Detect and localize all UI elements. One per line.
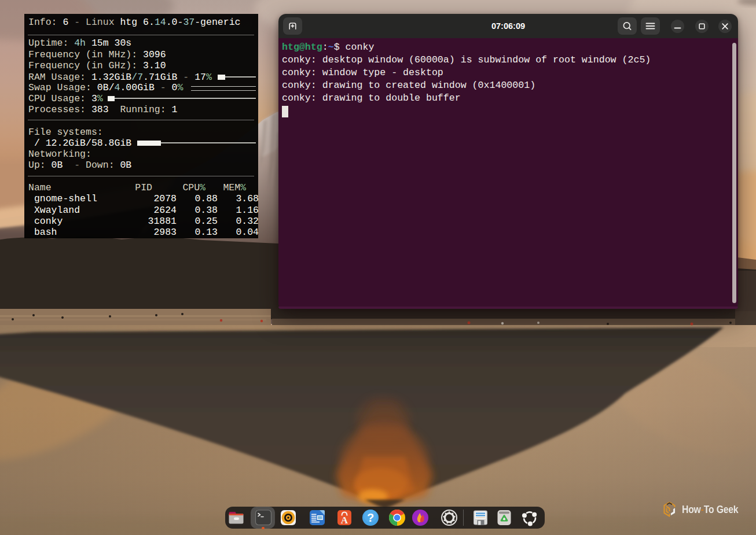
svg-text:A: A <box>341 515 348 526</box>
svg-text:?: ? <box>367 511 374 524</box>
